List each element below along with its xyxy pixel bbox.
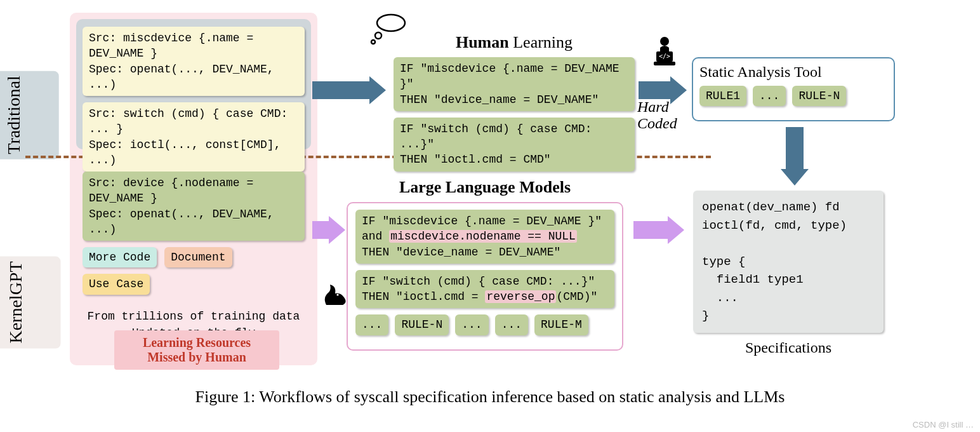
- code-line: Src: switch (cmd) { case CMD: ... }: [89, 106, 298, 137]
- spec-line: ioctl(fd, cmd, type): [702, 217, 875, 235]
- example-box-1: Src: miscdevice {.name = DEV_NAME } Spec…: [83, 27, 305, 96]
- static-analysis-tool: Static Analysis Tool RULE1 ... RULE-N: [692, 57, 895, 121]
- rule-line: THEN "device_name = DEV_NAME": [400, 92, 628, 107]
- chip-use-case: Use Case: [83, 274, 150, 294]
- label-kernelgpt: KernelGPT: [0, 256, 61, 348]
- spec-code: openat(dev_name) fd ioctl(fd, cmd, type)…: [693, 191, 884, 333]
- traditional-examples: Src: miscdevice {.name = DEV_NAME } Spec…: [83, 27, 305, 191]
- squirrel-icon: [321, 280, 350, 315]
- spec-output: openat(dev_name) fd ioctl(fd, cmd, type)…: [693, 191, 884, 356]
- spec-line: [702, 234, 875, 253]
- arrow-llm-to-spec: [633, 216, 684, 244]
- svg-rect-5: [654, 62, 675, 65]
- code-line: Src: miscdevice {.name = DEV_NAME }: [89, 30, 298, 62]
- arrow-resources-to-llm: [312, 216, 345, 244]
- example-box-3: Src: device {.nodename = DEV_NAME } Spec…: [83, 172, 305, 241]
- static-analysis-block: Static Analysis Tool RULE1 ... RULE-N: [692, 57, 895, 121]
- sat-title: Static Analysis Tool: [699, 64, 887, 81]
- rule-line: IF "switch (cmd) { case CMD: ...}": [362, 274, 608, 289]
- chip: ...: [355, 314, 388, 335]
- spec-label: Specifications: [693, 339, 884, 356]
- coder-icon: </>: [646, 35, 683, 79]
- human-learning: Human Learning IF "miscdevice {.name = D…: [394, 33, 635, 178]
- code-line: Spec: openat(..., DEV_NAME, ...): [89, 62, 298, 93]
- training-data-line1: From trillions of training data: [83, 310, 305, 323]
- rule-line: THEN "device_name = DEV_NAME": [362, 245, 608, 260]
- rule-line: and miscdevice.nodename == NULL: [362, 229, 608, 244]
- figure-caption: Figure 1: Workflows of syscall specifica…: [0, 388, 980, 407]
- missed-resources-callout: Learning Resources Missed by Human: [114, 330, 279, 370]
- chip: ...: [495, 314, 528, 335]
- llm-rule-chips: ... RULE-N ... ... RULE-M: [355, 314, 614, 341]
- chip: RULE-N: [395, 314, 449, 335]
- spec-line: openat(dev_name) fd: [702, 198, 875, 217]
- svg-point-1: [375, 32, 381, 39]
- chip: ...: [753, 86, 786, 106]
- llm-block: Large Language Models IF "miscdevice {.n…: [347, 178, 623, 351]
- chip: RULE-M: [534, 314, 588, 335]
- example-box-2: Src: switch (cmd) { case CMD: ... } Spec…: [83, 102, 305, 172]
- svg-point-3: [660, 37, 669, 46]
- chip-document: Document: [164, 247, 232, 267]
- resource-chips: More Code Document Use Case: [83, 247, 305, 301]
- human-learning-title: Human Learning: [394, 33, 635, 52]
- code-line: Src: device {.nodename = DEV_NAME }: [89, 175, 298, 206]
- chip-more-code: More Code: [83, 247, 157, 267]
- arrow-human-to-sat: [639, 76, 687, 104]
- arrow-examples-to-human: [312, 76, 386, 104]
- chip: RULE1: [699, 86, 746, 106]
- rule-line: IF "switch (cmd) { case CMD: ...}": [400, 121, 628, 152]
- code-line: Spec: ioctl(..., const[CMD], ...): [89, 137, 298, 168]
- sat-rule-chips: RULE1 ... RULE-N: [699, 86, 887, 112]
- thought-bubble-icon: [369, 13, 407, 55]
- spec-line: field1 type1: [702, 271, 875, 289]
- svg-point-2: [371, 40, 375, 44]
- rule-line: IF "miscdevice {.name = DEV_NAME }": [400, 61, 628, 92]
- chip: ...: [455, 314, 488, 335]
- svg-point-0: [377, 15, 405, 31]
- rule-line: THEN "ioctl.cmd = CMD": [400, 152, 628, 167]
- rule-line: THEN "ioctl.cmd = reverse_op(CMD)": [362, 289, 608, 304]
- code-line: Spec: openat(..., DEV_NAME, ...): [89, 206, 298, 238]
- svg-point-7: [336, 294, 338, 295]
- label-traditional: Traditional: [0, 71, 59, 159]
- arrow-sat-to-spec: [781, 127, 809, 186]
- llm-rule-2: IF "switch (cmd) { case CMD: ...}" THEN …: [355, 270, 614, 309]
- kernelgpt-resources: Src: device {.nodename = DEV_NAME } Spec…: [83, 172, 305, 339]
- spec-line: ...: [702, 289, 875, 307]
- llm-rules-wrap: IF "miscdevice {.name = DEV_NAME }" and …: [347, 202, 623, 351]
- spec-line: }: [702, 307, 875, 325]
- rule-line: IF "miscdevice {.name = DEV_NAME }": [362, 213, 608, 229]
- svg-text:</>: </>: [659, 53, 670, 60]
- spec-line: type {: [702, 253, 875, 271]
- watermark: CSDN @I still …: [913, 420, 974, 429]
- human-rule-2: IF "switch (cmd) { case CMD: ...}" THEN …: [394, 118, 635, 172]
- llm-title: Large Language Models: [347, 178, 623, 197]
- chip: RULE-N: [792, 86, 846, 106]
- llm-rule-1: IF "miscdevice {.name = DEV_NAME }" and …: [355, 210, 614, 264]
- human-rule-1: IF "miscdevice {.name = DEV_NAME }" THEN…: [394, 57, 635, 111]
